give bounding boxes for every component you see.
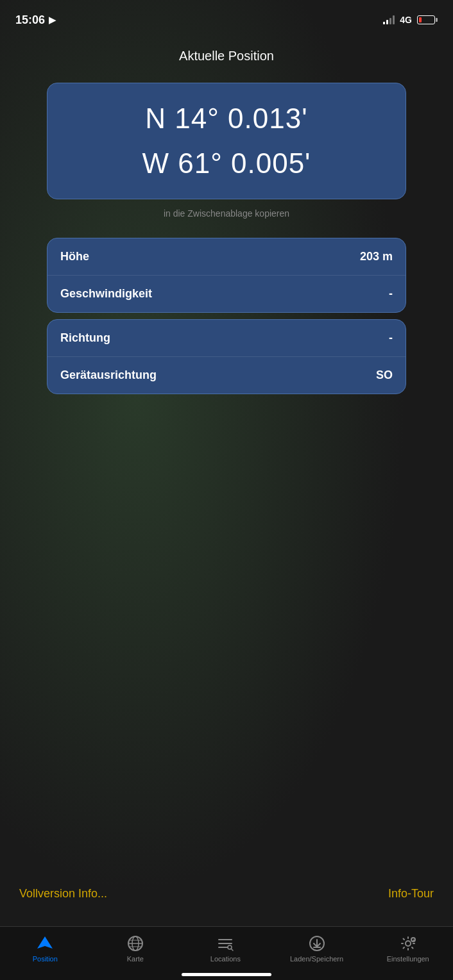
tab-karte[interactable]: Karte: [110, 934, 161, 963]
tab-laden-speichern[interactable]: Laden/Speichern: [290, 934, 343, 963]
status-right: 4G: [383, 15, 438, 25]
altitude-value: 203 m: [360, 250, 393, 263]
location-arrow-icon: ▶: [49, 15, 56, 25]
device-orientation-row: Gerätausrichtung SO: [47, 357, 406, 394]
svg-point-13: [406, 941, 411, 946]
signal-bar-2: [386, 20, 388, 24]
bottom-links: Vollversion Info... Info-Tour: [0, 874, 453, 913]
time-display: 15:06: [15, 13, 45, 27]
altitude-label: Höhe: [60, 250, 89, 263]
direction-row: Richtung -: [47, 320, 406, 357]
vollversion-info-link[interactable]: Vollversion Info...: [19, 887, 107, 901]
tab-einstellungen[interactable]: ✦ Einstellungen: [382, 934, 434, 963]
latitude-display: N 14° 0.013': [145, 103, 307, 135]
battery-icon: [417, 15, 438, 24]
altitude-row: Höhe 203 m: [47, 238, 406, 276]
status-time: 15:06 ▶: [15, 13, 56, 27]
copy-hint[interactable]: in die Zwischenablage kopieren: [164, 208, 289, 219]
tab-locations-label: Locations: [210, 955, 241, 963]
direction-value: -: [389, 331, 393, 345]
home-bar: [182, 973, 271, 976]
home-indicator: [0, 968, 453, 980]
battery-fill: [419, 17, 422, 22]
direction-label: Richtung: [60, 331, 110, 345]
svg-text:✦: ✦: [412, 938, 416, 943]
tab-laden-speichern-label: Laden/Speichern: [290, 955, 343, 963]
signal-bar-1: [383, 22, 385, 24]
signal-bars: [383, 15, 395, 24]
coordinates-card[interactable]: N 14° 0.013' W 61° 0.005': [47, 83, 406, 199]
main-content: Aktuelle Position N 14° 0.013' W 61° 0.0…: [0, 36, 453, 926]
battery-tip: [436, 18, 438, 22]
info-tour-link[interactable]: Info-Tour: [388, 887, 434, 901]
speed-value: -: [389, 287, 393, 301]
status-bar: 15:06 ▶ 4G: [0, 0, 453, 36]
device-orientation-label: Gerätausrichtung: [60, 369, 157, 382]
battery-body: [417, 15, 435, 24]
karte-icon: [126, 934, 144, 952]
signal-bar-3: [389, 18, 391, 24]
tab-position[interactable]: Position: [19, 934, 71, 963]
network-label: 4G: [400, 15, 412, 25]
speed-row: Geschwindigkeit -: [47, 276, 406, 312]
signal-bar-4: [393, 15, 395, 24]
einstellungen-icon: ✦: [399, 934, 417, 952]
longitude-display: W 61° 0.005': [142, 147, 311, 179]
info-cards: Höhe 203 m Geschwindigkeit - Richtung - …: [47, 238, 406, 394]
locations-icon: [216, 934, 234, 952]
laden-speichern-icon: [308, 934, 326, 952]
tab-position-label: Position: [33, 955, 58, 963]
direction-card: Richtung - Gerätausrichtung SO: [47, 319, 406, 394]
tab-karte-label: Karte: [127, 955, 144, 963]
svg-line-9: [231, 949, 233, 951]
tab-locations[interactable]: Locations: [200, 934, 251, 963]
tab-einstellungen-label: Einstellungen: [387, 955, 429, 963]
position-icon: [36, 934, 54, 952]
altitude-speed-card: Höhe 203 m Geschwindigkeit -: [47, 238, 406, 313]
speed-label: Geschwindigkeit: [60, 287, 152, 301]
page-title: Aktuelle Position: [179, 49, 274, 63]
device-orientation-value: SO: [376, 369, 393, 382]
tab-bar: Position Karte Locations: [0, 926, 453, 968]
screen: 15:06 ▶ 4G Aktuelle Position N 14° 0.01: [0, 0, 453, 980]
